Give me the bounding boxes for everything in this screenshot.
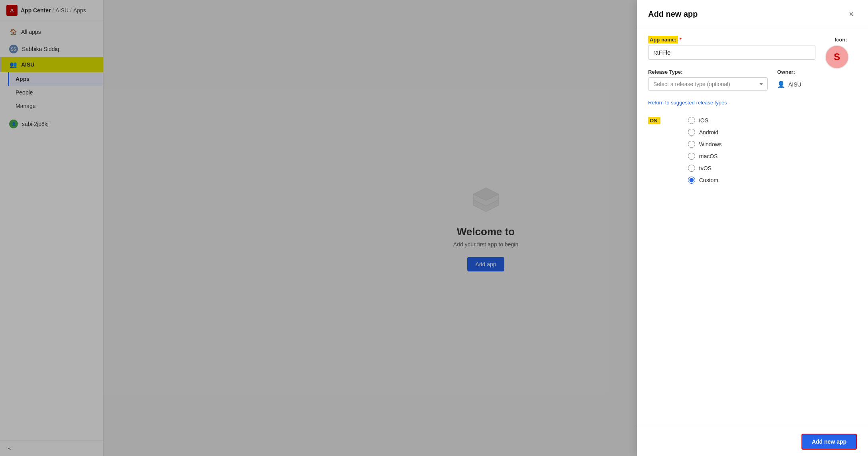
- os-radio-ios[interactable]: [688, 117, 695, 124]
- modal-body: App name: * Icon: S Release Type:: [637, 27, 868, 427]
- os-radio-android[interactable]: [688, 129, 695, 136]
- icon-label: Icon:: [825, 37, 857, 43]
- icon-group: Icon: S: [825, 37, 857, 69]
- os-radio-tvos[interactable]: [688, 165, 695, 172]
- app-name-row: App name: * Icon: S: [648, 37, 857, 69]
- return-link[interactable]: Return to suggested release types: [648, 100, 727, 106]
- modal-overlay: Add new app × App name: * Icon: S: [0, 0, 868, 456]
- os-radio-group: iOS Android Windows macOS: [688, 117, 722, 184]
- os-radio-macos[interactable]: [688, 153, 695, 160]
- owner-group: Owner: 👤 AISU: [777, 69, 857, 91]
- owner-display: 👤 AISU: [777, 77, 857, 91]
- owner-label: Owner:: [777, 69, 857, 75]
- os-option-android[interactable]: Android: [688, 129, 722, 136]
- os-label: OS:: [648, 117, 680, 124]
- close-button[interactable]: ×: [846, 8, 857, 20]
- os-option-tvos[interactable]: tvOS: [688, 165, 722, 172]
- os-option-windows[interactable]: Windows: [688, 141, 722, 148]
- modal-title: Add new app: [648, 10, 698, 19]
- os-radio-custom[interactable]: [688, 177, 695, 184]
- app-name-group: App name: *: [648, 37, 815, 60]
- add-new-app-button[interactable]: Add new app: [801, 434, 857, 450]
- os-option-custom[interactable]: Custom: [688, 177, 722, 184]
- modal-footer: Add new app: [637, 427, 868, 456]
- app-name-label: App name: *: [648, 37, 815, 43]
- icon-preview[interactable]: S: [825, 45, 849, 69]
- release-type-label: Release Type:: [648, 69, 768, 75]
- modal-header: Add new app ×: [637, 0, 868, 27]
- modal-panel: Add new app × App name: * Icon: S: [637, 0, 868, 456]
- os-option-ios[interactable]: iOS: [688, 117, 722, 124]
- release-owner-row: Release Type: Select a release type (opt…: [648, 69, 857, 91]
- os-radio-windows[interactable]: [688, 141, 695, 148]
- release-type-group: Release Type: Select a release type (opt…: [648, 69, 768, 91]
- os-option-macos[interactable]: macOS: [688, 153, 722, 160]
- owner-person-icon: 👤: [777, 81, 785, 88]
- os-section: OS: iOS Android: [648, 117, 857, 184]
- release-type-select[interactable]: Select a release type (optional): [648, 77, 768, 91]
- app-name-input[interactable]: [648, 45, 815, 60]
